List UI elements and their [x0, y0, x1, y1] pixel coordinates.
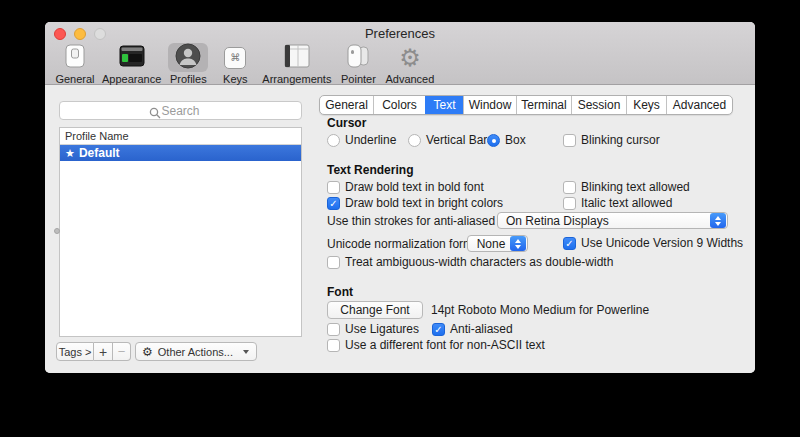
search-input[interactable]: [60, 102, 301, 119]
toolbar-label: Pointer: [341, 73, 376, 85]
stepper-icon: [710, 213, 726, 228]
window-title: Preferences: [45, 26, 755, 41]
radio-underline-label: Underline: [345, 133, 396, 147]
chevron-down-icon: [243, 350, 249, 354]
unicode-normalization-label: Unicode normalization form:: [327, 237, 476, 251]
radio-underline[interactable]: [327, 134, 340, 147]
content-area: Profile Name ★ Default Tags > + − ⚙ Othe…: [45, 85, 755, 373]
profile-row-default[interactable]: ★ Default: [60, 145, 301, 161]
checkbox-italic-text-label: Italic text allowed: [581, 196, 672, 210]
tab-terminal[interactable]: Terminal: [516, 96, 571, 114]
star-icon: ★: [65, 147, 75, 160]
profile-list: Profile Name ★ Default: [59, 127, 302, 337]
toolbar-label: Arrangements: [262, 73, 331, 85]
tags-button[interactable]: Tags >: [56, 342, 94, 361]
remove-profile-button[interactable]: −: [113, 342, 131, 361]
thin-strokes-label: Use thin strokes for anti-aliased text: [327, 214, 518, 228]
checkbox-bright-colors-label: Draw bold text in bright colors: [345, 196, 503, 210]
toolbar-item-general[interactable]: General: [55, 43, 95, 85]
checkbox-blinking-text[interactable]: [563, 181, 576, 194]
other-actions-label: Other Actions...: [158, 346, 233, 358]
keys-icon: ⌘: [224, 47, 246, 69]
toolbar-item-appearance[interactable]: Appearance: [102, 43, 161, 85]
toolbar-item-profiles[interactable]: Profiles: [168, 43, 208, 85]
cursor-heading: Cursor: [327, 116, 366, 130]
profiles-icon: [175, 43, 201, 73]
toolbar-label: Profiles: [170, 73, 207, 85]
checkbox-use-ligatures-label: Use Ligatures: [345, 322, 419, 336]
text-settings-panel: General Colors Text Window Terminal Sess…: [310, 85, 755, 373]
toolbar: General Appearance Profiles ⌘ Keys: [55, 43, 434, 85]
gear-icon: ⚙: [142, 345, 153, 359]
tab-window[interactable]: Window: [463, 96, 516, 114]
checkbox-blinking-text-label: Blinking text allowed: [581, 180, 690, 194]
font-heading: Font: [327, 285, 353, 299]
profile-list-buttons: Tags > + − ⚙ Other Actions...: [56, 342, 257, 361]
profile-name: Default: [79, 146, 120, 160]
checkbox-ambiguous-width-label: Treat ambiguous-width characters as doub…: [345, 255, 613, 269]
titlebar: Preferences General Appearance Profiles: [45, 22, 755, 85]
tab-colors[interactable]: Colors: [373, 96, 425, 114]
checkbox-bold-font-label: Draw bold text in bold font: [345, 180, 484, 194]
unicode-normalization-value: None: [468, 237, 510, 251]
pointer-icon: [347, 44, 369, 72]
arrangements-icon: [284, 44, 310, 72]
toolbar-label: Advanced: [385, 73, 434, 85]
checkbox-blinking-cursor-label: Blinking cursor: [581, 133, 660, 147]
unicode-normalization-dropdown[interactable]: None: [467, 235, 528, 252]
toolbar-item-advanced[interactable]: ⚙ Advanced: [385, 43, 434, 85]
toolbar-item-arrangements[interactable]: Arrangements: [262, 43, 331, 85]
profile-list-header: Profile Name: [60, 128, 301, 145]
tab-advanced[interactable]: Advanced: [666, 96, 732, 114]
general-icon: [65, 44, 85, 72]
checkbox-antialiased[interactable]: ✓: [432, 323, 445, 336]
thin-strokes-dropdown[interactable]: On Retina Displays: [497, 212, 728, 229]
checkbox-use-ligatures[interactable]: [327, 323, 340, 336]
radio-box[interactable]: [487, 134, 500, 147]
current-font-label: 14pt Roboto Mono Medium for Powerline: [431, 303, 649, 317]
advanced-gear-icon: ⚙: [399, 46, 421, 70]
search-field[interactable]: [59, 101, 302, 120]
change-font-button[interactable]: Change Font: [327, 301, 423, 319]
radio-vertical-bar-label: Vertical Bar: [426, 133, 487, 147]
tab-bar: General Colors Text Window Terminal Sess…: [319, 95, 733, 115]
appearance-icon: [119, 45, 145, 71]
checkbox-non-ascii-font-label: Use a different font for non-ASCII text: [345, 338, 545, 352]
checkbox-unicode9-widths-label: Use Unicode Version 9 Widths: [581, 236, 743, 250]
radio-box-label: Box: [505, 133, 526, 147]
tab-session[interactable]: Session: [571, 96, 626, 114]
preferences-window: Preferences General Appearance Profiles: [45, 22, 755, 373]
text-rendering-heading: Text Rendering: [327, 163, 413, 177]
radio-vertical-bar[interactable]: [408, 134, 421, 147]
toolbar-label: Keys: [223, 73, 247, 85]
toolbar-item-keys[interactable]: ⌘ Keys: [215, 43, 255, 85]
toolbar-label: General: [55, 73, 94, 85]
tab-text[interactable]: Text: [425, 96, 463, 114]
splitter-handle[interactable]: [54, 228, 60, 234]
other-actions-button[interactable]: ⚙ Other Actions...: [135, 342, 257, 361]
toolbar-item-pointer[interactable]: Pointer: [338, 43, 378, 85]
checkbox-bright-colors[interactable]: ✓: [327, 197, 340, 210]
checkbox-unicode9-widths[interactable]: ✓: [563, 237, 576, 250]
thin-strokes-value: On Retina Displays: [498, 214, 710, 228]
toolbar-label: Appearance: [102, 73, 161, 85]
checkbox-antialiased-label: Anti-aliased: [450, 322, 513, 336]
checkbox-bold-font[interactable]: [327, 181, 340, 194]
tab-keys[interactable]: Keys: [626, 96, 666, 114]
checkbox-italic-text[interactable]: [563, 197, 576, 210]
checkbox-ambiguous-width[interactable]: [327, 256, 340, 269]
add-profile-button[interactable]: +: [94, 342, 113, 361]
checkbox-blinking-cursor[interactable]: [563, 134, 576, 147]
checkbox-non-ascii-font[interactable]: [327, 339, 340, 352]
tab-general[interactable]: General: [320, 96, 373, 114]
stepper-icon: [510, 236, 526, 251]
